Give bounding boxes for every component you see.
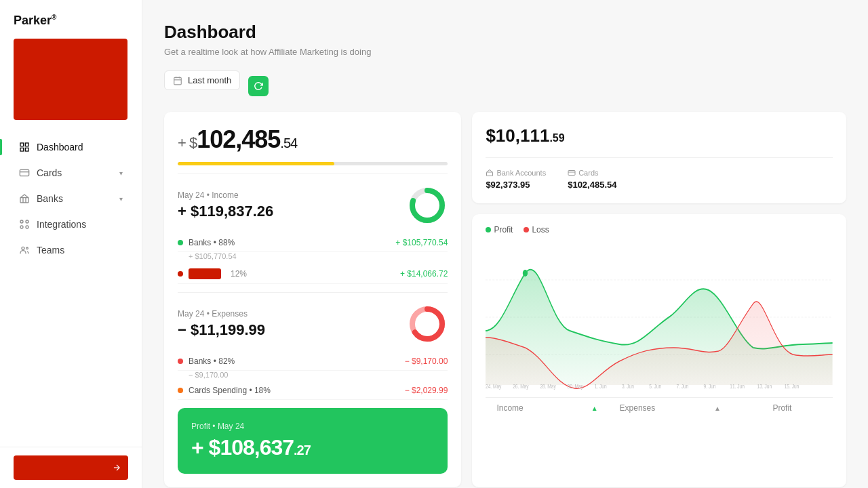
x-label-8: 9. Jun: [704, 383, 716, 390]
svg-rect-27: [568, 171, 575, 176]
svg-point-12: [26, 226, 28, 228]
profit-bottom-label: Profit • May 24: [191, 422, 434, 431]
summary-cents: .59: [549, 132, 564, 144]
profit-bottom-integer: 108,637: [220, 435, 294, 460]
cards-row: + $102,485.54 May 24 • Income + $119,837…: [164, 112, 846, 487]
refresh-button[interactable]: [248, 76, 269, 96]
x-label-1: 26. May: [513, 383, 529, 390]
card-small-icon: [568, 169, 576, 177]
profit-bottom-card: Profit • May 24 + $108,637.27: [178, 408, 448, 474]
sidebar-item-dashboard[interactable]: Dashboard: [5, 135, 136, 159]
summary-row: Bank Accounts $92,373.95 Cards $102,485.…: [486, 157, 833, 190]
bank-icon: [19, 193, 30, 204]
bank-accounts-label: Bank Accounts: [486, 169, 546, 177]
teams-icon: [19, 245, 30, 256]
sidebar-nav: Dashboard Cards ▾ Banks ▾ Integrations T…: [0, 131, 142, 447]
svg-rect-16: [174, 77, 182, 85]
svg-point-11: [20, 226, 23, 228]
banks-income-amount: + $105,770.54: [395, 238, 448, 247]
integrations-icon: [19, 219, 30, 230]
banks-income-sub: + $105,770.54: [178, 252, 448, 264]
sidebar-item-integrations[interactable]: Integrations: [5, 212, 136, 237]
banks-label: Banks • 88%: [189, 238, 390, 247]
cards-color-block: [189, 268, 221, 279]
tab-income[interactable]: Income ▲: [486, 398, 608, 418]
cards-expenses-dot: [178, 388, 183, 393]
sidebar-item-teams[interactable]: Teams: [5, 238, 136, 262]
income-donut-chart: [407, 185, 448, 226]
date-filter-label: Last month: [188, 75, 231, 85]
chevron-up-icon: ▲: [591, 405, 598, 412]
sidebar-item-label-cards: Cards: [37, 167, 113, 178]
svg-point-22: [418, 196, 437, 215]
cards-dot: [178, 271, 183, 277]
sidebar-item-label-integrations: Integrations: [37, 219, 123, 230]
sidebar-item-banks[interactable]: Banks ▾: [5, 186, 136, 211]
cards-value: $102,485.54: [568, 180, 616, 190]
card-icon: [19, 167, 30, 178]
banks-expenses-label: Banks • 82%: [189, 357, 399, 366]
summary-col-banks: Bank Accounts $92,373.95: [486, 169, 546, 190]
profit-amount: + $102,485.54: [178, 125, 448, 154]
x-label-2: 28. May: [540, 383, 556, 390]
sidebar-item-label-banks: Banks: [37, 193, 113, 204]
svg-point-9: [20, 220, 23, 223]
profit-integer: 102,485: [197, 125, 280, 153]
x-label-10: 13. Jun: [757, 383, 772, 390]
page-subtitle: Get a realtime look at how Affiliate Mar…: [164, 47, 846, 57]
income-label: May 24 • Income: [178, 190, 273, 200]
date-filter[interactable]: Last month: [164, 70, 240, 90]
chevron-down-icon: ▾: [119, 169, 123, 177]
x-label-9: 11. Jun: [730, 383, 745, 390]
bottom-tabs: Income ▲ Expenses ▲ Profit: [486, 397, 833, 418]
bank-accounts-value: $92,373.95: [486, 180, 546, 190]
sidebar-item-cards[interactable]: Cards ▾: [5, 161, 136, 185]
profit-prefix: + $: [178, 134, 197, 151]
svg-point-10: [26, 220, 28, 223]
profit-cents: .54: [280, 136, 297, 150]
expenses-section: May 24 • Expenses − $11,199.99: [178, 292, 448, 344]
source-row-cards-expenses: Cards Spending • 18% − $2,029.99: [178, 382, 448, 400]
x-label-4: 1. Jun: [595, 383, 607, 390]
source-row-banks-income: Banks • 88% + $105,770.54: [178, 234, 448, 252]
x-label-7: 7. Jun: [677, 383, 689, 390]
svg-point-13: [22, 247, 24, 249]
x-label-6: 5. Jun: [650, 383, 662, 390]
page-title: Dashboard: [164, 22, 846, 43]
tab-profit[interactable]: Profit: [732, 398, 833, 418]
donut-svg-expenses: [407, 304, 448, 344]
income-source-list: Banks • 88% + $105,770.54 + $105,770.54 …: [178, 234, 448, 284]
tab-expenses[interactable]: Expenses ▲: [609, 398, 732, 418]
calendar-icon: [173, 76, 182, 85]
banks-expenses-amount: − $9,170.00: [405, 357, 448, 366]
collapse-button[interactable]: [14, 455, 128, 480]
svg-rect-2: [20, 148, 24, 151]
summary-card: $10,111.59 Bank Accounts $92,373.95 Card: [472, 112, 846, 203]
chart-card: Profit Loss: [472, 214, 846, 487]
legend-loss: Loss: [524, 225, 549, 235]
x-label-11: 15. Jun: [785, 383, 800, 390]
tab-profit-label: Profit: [772, 403, 791, 413]
expenses-label: May 24 • Expenses: [178, 309, 265, 319]
x-label-3: 30. May: [568, 383, 583, 390]
sidebar-item-label-dashboard: Dashboard: [37, 142, 123, 152]
summary-col-cards: Cards $102,485.54: [568, 169, 616, 190]
banks-expenses-dot: [178, 359, 183, 364]
cards-expenses-amount: − $2,029.99: [405, 386, 448, 395]
sidebar-footer: [0, 447, 142, 488]
donut-svg-income: [407, 185, 448, 226]
svg-point-25: [418, 314, 437, 333]
cards-pct: 12%: [231, 269, 247, 279]
source-row-cards-income: 12% + $14,066.72: [178, 264, 448, 284]
svg-rect-26: [487, 172, 493, 176]
sidebar-banner-image: [14, 39, 127, 120]
profit-bottom-cents: .27: [294, 443, 311, 458]
chart-svg: 24. May 26. May 28. May 30. May 1. Jun 3…: [486, 243, 833, 392]
cards-label-summary: Cards: [568, 169, 616, 177]
profit-progress-fill: [178, 162, 334, 165]
expenses-donut-chart: [407, 304, 448, 344]
summary-integer: 10,111: [496, 125, 550, 146]
svg-rect-0: [20, 143, 24, 146]
chevron-up-icon-expenses: ▲: [714, 405, 721, 412]
expenses-info: May 24 • Expenses − $11,199.99: [178, 309, 265, 339]
